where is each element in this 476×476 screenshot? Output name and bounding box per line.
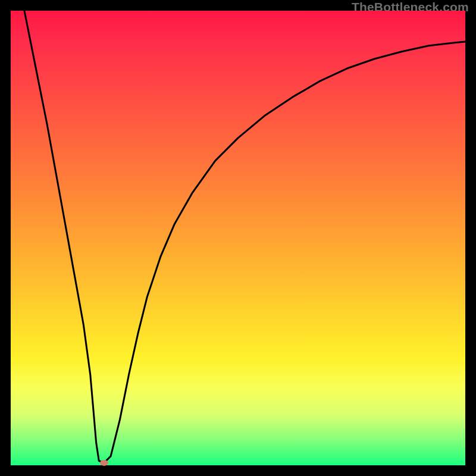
chart-area xyxy=(11,11,465,465)
optimal-point-marker xyxy=(100,460,108,466)
bottleneck-curve-line xyxy=(11,11,465,465)
